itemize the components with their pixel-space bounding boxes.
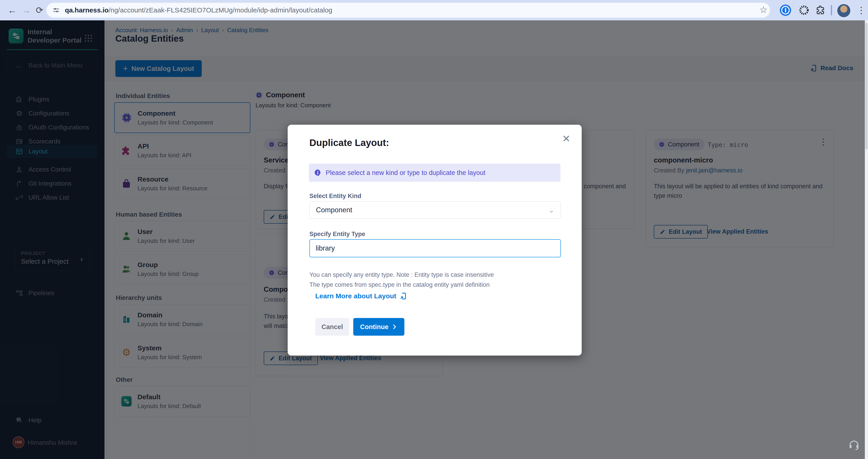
help-line-1: You can specify any entity type. Note : … (309, 271, 494, 278)
extensions-puzzle-icon[interactable] (815, 4, 827, 16)
learn-more-link[interactable]: Learn More about Layout (315, 292, 407, 300)
loading-extension-icon[interactable] (798, 4, 810, 16)
entity-type-input[interactable] (309, 239, 561, 257)
site-settings-icon[interactable] (52, 6, 60, 14)
duplicate-layout-modal: ✕ Duplicate Layout: Please select a new … (288, 125, 582, 355)
browser-toolbar: ← → ⟳ qa.harness.io/ng/account/zEaak-FLS… (0, 0, 868, 20)
continue-button[interactable]: Continue (353, 318, 404, 336)
back-icon[interactable]: ← (8, 0, 17, 20)
url-bar[interactable]: qa.harness.io/ng/account/zEaak-FLS425IEO… (46, 3, 770, 18)
browser-menu-kebab-icon[interactable]: ⋮ (857, 3, 866, 17)
browser-profile-avatar[interactable] (837, 4, 851, 18)
kind-label: Select Entity Kind (309, 193, 362, 200)
doc-external-icon (399, 292, 407, 300)
url-text: qa.harness.io/ng/account/zEaak-FLS425IEO… (65, 6, 332, 14)
chevron-down-icon: ⌄ (549, 206, 554, 214)
onepassword-extension-icon[interactable] (780, 4, 791, 16)
close-icon[interactable]: ✕ (562, 134, 570, 144)
chevron-right-icon (391, 324, 398, 330)
modal-title: Duplicate Layout: (309, 137, 389, 148)
kind-value: Component (316, 206, 352, 214)
reload-icon[interactable]: ⟳ (36, 0, 43, 20)
banner-text: Please select a new kind or type to dupl… (326, 169, 485, 176)
bookmark-star-icon[interactable]: ☆ (760, 4, 768, 15)
type-label: Specify Entity Type (309, 231, 365, 238)
cancel-button[interactable]: Cancel (315, 318, 349, 336)
entity-kind-select[interactable]: Component ⌄ (309, 201, 561, 219)
support-headset-icon[interactable] (848, 438, 860, 451)
forward-icon[interactable]: → (22, 0, 31, 20)
scrollbar-thumb[interactable] (865, 23, 868, 149)
info-icon (314, 169, 321, 176)
toolbar-divider (831, 5, 832, 16)
info-banner: Please select a new kind or type to dupl… (309, 164, 560, 182)
help-line-2: The type comes from spec.type in the cat… (309, 281, 490, 288)
